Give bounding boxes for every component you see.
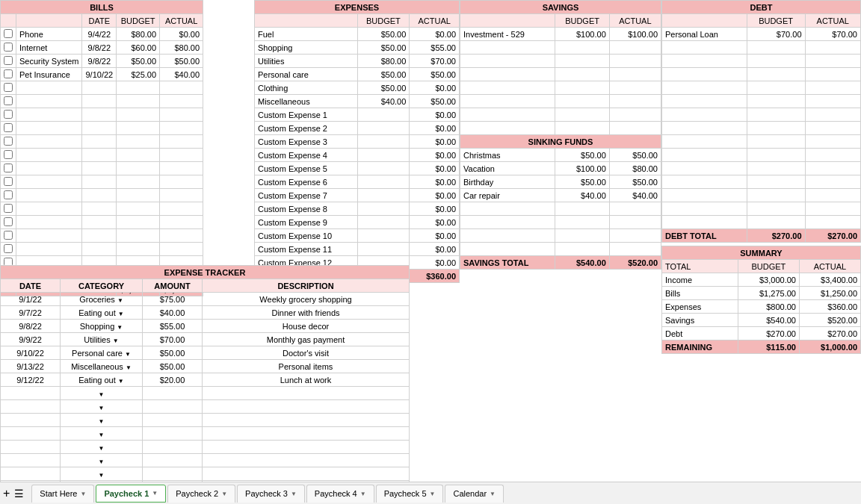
bills-actual-phone: $0.00 [160, 28, 203, 41]
savings-investment-label: Investment - 529 [460, 28, 555, 41]
exp-row-custom5: Custom Expense 5$0.00 [255, 162, 460, 175]
bills-budget-internet: $60.00 [117, 41, 160, 55]
exp-row-misc: Miscellaneous$40.00$50.00 [255, 95, 460, 108]
tab-paycheck3[interactable]: Paycheck 3 ▼ [237, 485, 305, 503]
bills-check-empty-10[interactable] [4, 204, 13, 213]
bills-check-empty-11[interactable] [4, 217, 13, 226]
add-sheet-icon[interactable]: + [3, 487, 10, 500]
bills-date-security: 9/8/22 [82, 55, 117, 68]
bills-check-security[interactable] [4, 56, 13, 65]
tracker-col-category: CATEGORY [61, 279, 143, 293]
tab-start-here-arrow: ▼ [80, 491, 86, 497]
exp-name-fuel: Fuel [255, 28, 358, 41]
sinking-row-vacation: Vacation $100.00 $80.00 [460, 162, 661, 175]
tab-paycheck2-arrow: ▼ [221, 491, 227, 497]
tracker-desc-5: Doctor's visit [203, 346, 410, 360]
sinking-empty-2 [460, 216, 661, 229]
debt-empty-14 [662, 216, 861, 229]
summary-row-bills: Bills $1,275.00 $1,250.00 [662, 287, 861, 300]
sinking-budget-christmas: $50.00 [555, 149, 609, 162]
exp-name-misc: Miscellaneous [255, 95, 358, 108]
bills-check-empty-2[interactable] [4, 96, 13, 105]
sinking-budget-carrepair: $40.00 [555, 189, 609, 202]
bills-check-empty-13[interactable] [4, 244, 13, 253]
savings-empty-1 [460, 41, 661, 55]
tab-paycheck2-label: Paycheck 2 [176, 489, 218, 498]
tab-paycheck3-label: Paycheck 3 [245, 489, 288, 498]
tab-paycheck1[interactable]: Paycheck 1 ▼ [96, 485, 166, 503]
expenses-col-name [255, 14, 358, 28]
bills-date-internet: 9/8/22 [82, 41, 117, 55]
bills-col-actual: ACTUAL [160, 14, 203, 28]
savings-investment-actual: $100.00 [609, 28, 661, 41]
expenses-header: EXPENSES [255, 1, 460, 14]
tracker-col-description: DESCRIPTION [203, 279, 410, 293]
bills-check-pet[interactable] [4, 69, 13, 78]
sinking-actual-carrepair: $40.00 [609, 189, 661, 202]
savings-col-budget: BUDGET [555, 14, 609, 28]
bills-check-empty-7[interactable] [4, 164, 13, 172]
savings-total-label: SAVINGS TOTAL [460, 256, 555, 270]
bills-budget-pet: $25.00 [117, 68, 160, 81]
savings-row-investment: Investment - 529 $100.00 $100.00 [460, 28, 661, 41]
exp-name-personal: Personal care [255, 68, 358, 81]
tracker-date-4: 9/9/22 [1, 333, 61, 346]
bills-actual-security: $50.00 [160, 55, 203, 68]
bills-check-empty-9[interactable] [4, 190, 13, 199]
tracker-category-7: Eating out ▼ [61, 373, 143, 387]
tab-paycheck5-arrow: ▼ [430, 491, 436, 497]
tab-bar: + ☰ Start Here ▼ Paycheck 1 ▼ Paycheck 2… [0, 482, 861, 504]
bills-check-empty-8[interactable] [4, 177, 13, 186]
tracker-empty-4: ▼ [1, 427, 410, 441]
bills-empty-10 [1, 202, 203, 216]
summary-col-total: TOTAL [662, 260, 738, 273]
tracker-category-1: Groceries ▼ [61, 293, 143, 306]
bills-check-empty-6[interactable] [4, 150, 13, 159]
bills-date-phone: 9/4/22 [82, 28, 117, 41]
debt-empty-11 [662, 175, 861, 189]
summary-expenses-label: Expenses [662, 300, 738, 314]
exp-row-custom9: Custom Expense 9$0.00 [255, 216, 460, 229]
bills-col-budget: BUDGET [117, 14, 160, 28]
bills-col-date: DATE [82, 14, 117, 28]
bills-check-empty-12[interactable] [4, 231, 13, 240]
tracker-row-3: 9/8/22 Shopping ▼ $55.00 House decor [1, 320, 410, 333]
tab-calendar[interactable]: Calendar ▼ [445, 485, 504, 503]
tab-paycheck2[interactable]: Paycheck 2 ▼ [167, 485, 235, 503]
exp-actual-fuel: $0.00 [410, 28, 460, 41]
tab-start-here[interactable]: Start Here ▼ [31, 485, 94, 503]
savings-empty-5 [460, 95, 661, 108]
bills-check-internet[interactable] [4, 43, 13, 52]
sinking-actual-vacation: $80.00 [609, 162, 661, 175]
exp-row-utilities: Utilities$80.00$70.00 [255, 55, 460, 68]
tab-paycheck4[interactable]: Paycheck 4 ▼ [306, 485, 374, 503]
tracker-header: EXPENSE TRACKER [1, 266, 410, 279]
sheet-list-icon[interactable]: ☰ [14, 488, 24, 500]
debt-empty-12 [662, 189, 861, 202]
bills-check-empty-4[interactable] [4, 123, 13, 132]
tracker-date-1: 9/1/22 [1, 293, 61, 306]
tab-paycheck4-arrow: ▼ [360, 491, 366, 497]
bills-name-phone: Phone [16, 28, 82, 41]
debt-budget-personal: $70.00 [747, 28, 805, 41]
bills-check-empty-1[interactable] [4, 83, 13, 92]
tracker-desc-7: Lunch at work [203, 373, 410, 387]
bills-check-phone[interactable] [4, 29, 13, 38]
tracker-desc-6: Personal items [203, 360, 410, 373]
debt-empty-3 [662, 68, 861, 81]
savings-col-name [460, 14, 555, 28]
sinking-name-birthday: Birthday [460, 175, 555, 189]
exp-row-custom1: Custom Expense 1$0.00 [255, 108, 460, 122]
bills-empty-2 [1, 95, 203, 108]
tab-paycheck5[interactable]: Paycheck 5 ▼ [376, 485, 444, 503]
tab-paycheck1-arrow: ▼ [152, 490, 158, 497]
tracker-date-3: 9/8/22 [1, 320, 61, 333]
sinking-header-label: SINKING FUNDS [460, 135, 661, 149]
bills-check-empty-3[interactable] [4, 110, 13, 119]
exp-budget-fuel: $50.00 [357, 28, 410, 41]
bills-empty-9 [1, 189, 203, 202]
sinking-name-vacation: Vacation [460, 162, 555, 175]
bills-check-empty-5[interactable] [4, 137, 13, 146]
exp-row-custom8: Custom Expense 8$0.00 [255, 202, 460, 216]
summary-remaining-actual: $1,000.00 [799, 340, 860, 354]
